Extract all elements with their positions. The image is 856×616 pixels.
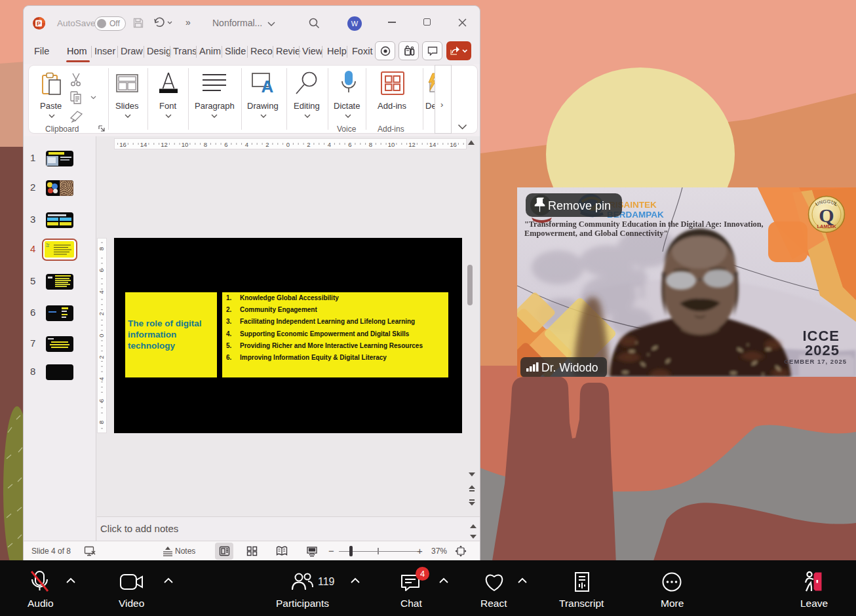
- svg-text:16: 16: [119, 141, 126, 148]
- svg-text:6: 6: [224, 141, 227, 148]
- svg-text:CEMBER 17, 2025: CEMBER 17, 2025: [784, 358, 847, 365]
- svg-text:6: 6: [348, 141, 351, 148]
- svg-text:A: A: [262, 77, 274, 96]
- svg-text:Empowerment, and Global Connec: Empowerment, and Global Connectivity": [524, 229, 668, 238]
- svg-text:16: 16: [450, 141, 457, 148]
- svg-text:10: 10: [182, 141, 189, 148]
- svg-text:4: 4: [98, 290, 105, 294]
- svg-text:2: 2: [98, 312, 105, 315]
- svg-text:2: 2: [265, 141, 269, 148]
- svg-text:P: P: [37, 20, 41, 27]
- svg-text:10: 10: [388, 141, 395, 148]
- svg-text:12: 12: [408, 141, 416, 148]
- svg-text:8: 8: [204, 141, 207, 148]
- svg-text:2025: 2025: [805, 342, 840, 358]
- svg-text:8: 8: [98, 247, 105, 250]
- svg-text:8: 8: [98, 421, 105, 424]
- svg-text:8: 8: [369, 141, 372, 148]
- svg-text:14: 14: [429, 141, 437, 148]
- svg-text:14: 14: [140, 141, 147, 148]
- svg-text:4: 4: [98, 377, 105, 381]
- svg-text:Remove pin: Remove pin: [548, 199, 611, 212]
- svg-text:4: 4: [328, 141, 331, 148]
- svg-text:2: 2: [98, 355, 105, 358]
- svg-text:0: 0: [286, 141, 290, 148]
- svg-text:Dr. Widodo: Dr. Widodo: [541, 361, 598, 374]
- svg-text:"Transforming Community Educat: "Transforming Community Education in the…: [524, 220, 764, 229]
- svg-text:2: 2: [307, 141, 310, 148]
- svg-text:6: 6: [98, 269, 105, 272]
- svg-text:12: 12: [161, 141, 168, 148]
- svg-text:0: 0: [98, 334, 105, 337]
- svg-text:4: 4: [245, 141, 248, 148]
- svg-text:LAMDIK: LAMDIK: [817, 223, 836, 229]
- svg-text:6: 6: [98, 399, 105, 402]
